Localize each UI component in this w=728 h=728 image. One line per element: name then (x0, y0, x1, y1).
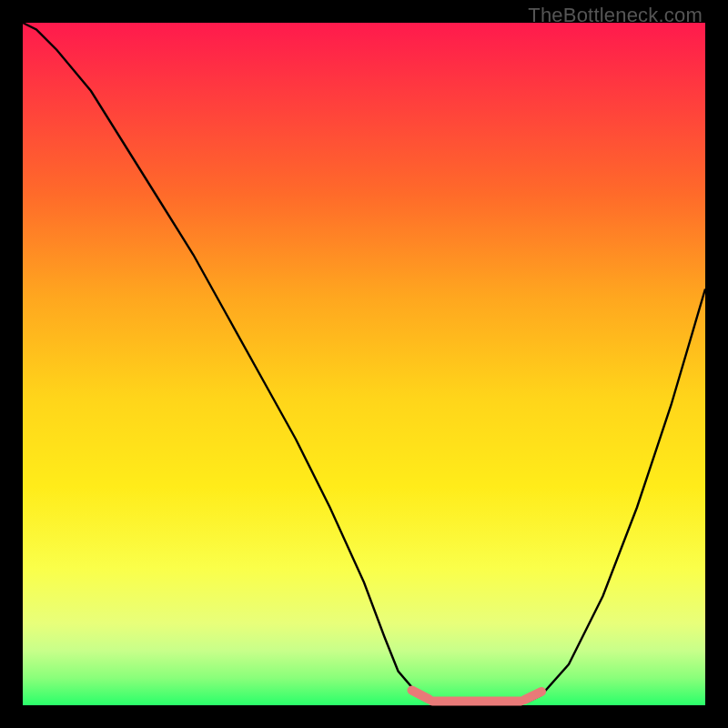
svg-line-0 (412, 691, 430, 700)
chart-canvas: TheBottleneck.com (0, 0, 728, 728)
curve-left (23, 23, 432, 702)
chart-svg (23, 23, 705, 705)
watermark-text: TheBottleneck.com (528, 4, 703, 27)
bottom-highlight (412, 691, 542, 702)
curve-right (528, 289, 705, 703)
svg-line-2 (524, 692, 541, 700)
